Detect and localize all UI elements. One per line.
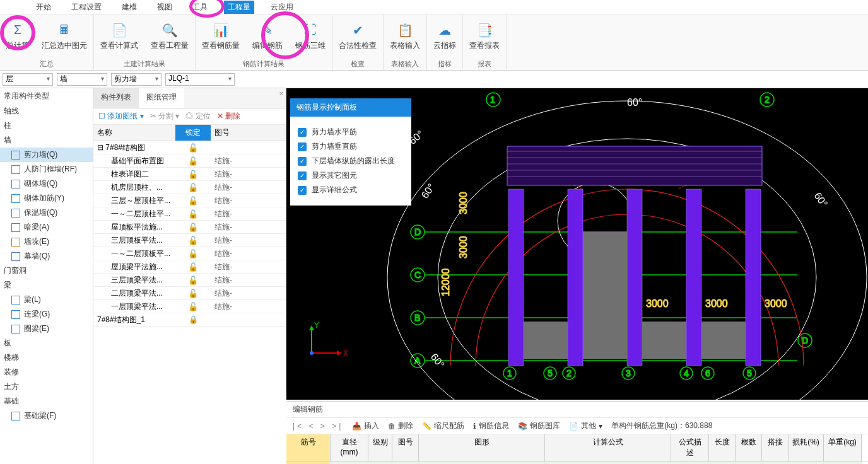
lock-icon[interactable]: 🔓 <box>188 196 198 206</box>
sidebar-cat-柱[interactable]: 柱 <box>0 119 93 133</box>
sidebar-item-连梁(G)[interactable]: 连梁(G) <box>0 307 93 322</box>
ribbon-查看工程量[interactable]: 🔍查看工程量 <box>144 15 195 58</box>
cell[interactable] <box>545 461 671 464</box>
ribbon-合法性检查[interactable]: ✔合法性检查 <box>332 15 383 58</box>
menu-建模[interactable]: 建模 <box>118 1 141 14</box>
info-button[interactable]: ℹ 钢筋信息 <box>473 420 509 431</box>
cell[interactable] <box>736 461 762 464</box>
sidebar-cat-门窗洞[interactable]: 门窗洞 <box>0 264 93 278</box>
drawing-row[interactable]: 一～二层顶柱平...🔓结施- <box>93 207 286 221</box>
tab-构件列表[interactable]: 构件列表 <box>93 88 139 108</box>
sidebar-item-人防门框墙(RF)[interactable]: 人防门框墙(RF) <box>0 162 93 177</box>
lock-icon[interactable]: 🔓 <box>188 289 198 298</box>
sidebar-item-墙垛(E)[interactable]: 墙垛(E) <box>0 235 93 249</box>
checkbox-显示其它图元[interactable]: ✓显示其它图元 <box>298 170 404 181</box>
rebar-grid-row[interactable]: 墙身水平筋 <box>286 461 868 464</box>
sidebar-cat-墙[interactable]: 墙 <box>0 133 93 148</box>
ribbon-查看钢筋量[interactable]: 📊查看钢筋量 <box>196 15 246 58</box>
cell[interactable] <box>709 461 736 464</box>
drawing-row[interactable]: 基础平面布置图🔓结施- <box>93 154 286 168</box>
sidebar-cat-板[interactable]: 板 <box>0 336 93 351</box>
ribbon-编辑钢筋[interactable]: ✎编辑钢筋 <box>246 15 289 58</box>
sidebar-cat-楼梯[interactable]: 楼梯 <box>0 351 93 365</box>
comp-root-row[interactable]: ⊟ 7#8#结构图 🔓 <box>93 141 286 154</box>
col-lock[interactable]: 锁定 <box>175 125 211 141</box>
cell[interactable] <box>368 461 392 464</box>
wall-type-select[interactable]: 墙 <box>57 73 107 86</box>
menu-视图[interactable]: 视图 <box>153 1 176 14</box>
drawing-row[interactable]: 屋顶板平法施...🔓结施- <box>93 221 286 234</box>
lock-icon[interactable]: 🔓 <box>188 209 198 219</box>
close-icon[interactable]: × <box>279 90 283 97</box>
sidebar-item-梁(L)[interactable]: 梁(L) <box>0 293 93 307</box>
comp-footer-row[interactable]: 7#8#结构图_1 🔒 <box>93 313 286 327</box>
cell[interactable] <box>789 461 824 464</box>
menu-工具[interactable]: 工具 <box>189 1 211 14</box>
lock-icon[interactable]: 🔓 <box>188 236 198 245</box>
sidebar-item-砌体加筋(Y)[interactable]: 砌体加筋(Y) <box>0 191 93 206</box>
ribbon-查看报表[interactable]: 📑查看报表 <box>463 15 506 58</box>
cell[interactable] <box>671 461 709 464</box>
ribbon-查看计算式[interactable]: 📄查看计算式 <box>94 15 144 58</box>
cell[interactable] <box>762 461 789 464</box>
drawing-row[interactable]: 机房层顶柱、...🔓结施- <box>93 181 286 194</box>
lock-icon[interactable]: 🔓 <box>188 249 198 258</box>
sidebar-item-保温墙(Q)[interactable]: 保温墙(Q) <box>0 206 93 220</box>
add-drawing-button[interactable]: ☐ 添加图纸 ▾ <box>98 111 144 122</box>
ribbon-总计算[interactable]: Σ总计算 <box>0 15 35 58</box>
sidebar-item-砌体墙(Q)[interactable]: 砌体墙(Q) <box>0 177 93 191</box>
lock-icon[interactable]: 🔓 <box>188 170 198 179</box>
checkbox-剪力墙垂直筋[interactable]: ✓剪力墙垂直筋 <box>298 141 404 152</box>
sidebar-item-剪力墙(Q)[interactable]: 剪力墙(Q) <box>0 148 93 162</box>
delete-button[interactable]: 🗑 删除 <box>388 420 413 431</box>
drawing-row[interactable]: 三层顶梁平法...🔓结施- <box>93 274 286 287</box>
lock-icon[interactable]: 🔓 <box>188 302 198 311</box>
sidebar-item-幕墙(Q)[interactable]: 幕墙(Q) <box>0 249 93 264</box>
cell[interactable] <box>392 461 419 464</box>
menu-工程量[interactable]: 工程量 <box>224 1 254 14</box>
drawing-row[interactable]: 一～二层顶板平...🔓结施- <box>93 247 286 260</box>
drawing-row[interactable]: 三层～屋顶柱平...🔓结施- <box>93 194 286 207</box>
drawing-row[interactable]: 一层顶梁平法...🔓结施- <box>93 300 286 313</box>
lock-icon[interactable]: 🔓 <box>188 276 198 285</box>
sidebar-cat-梁[interactable]: 梁 <box>0 278 93 293</box>
drawing-row[interactable]: 屋顶梁平法施...🔓结施- <box>93 260 286 274</box>
checkbox-下层墙体纵筋的露出长度[interactable]: ✓下层墙体纵筋的露出长度 <box>298 156 404 166</box>
cell[interactable] <box>824 461 862 464</box>
sidebar-item-圈梁(E)[interactable]: 圈梁(E) <box>0 322 93 336</box>
cell[interactable] <box>419 461 545 464</box>
sidebar-cat-基础[interactable]: 基础 <box>0 394 93 409</box>
tab-图纸管理[interactable]: 图纸管理 <box>139 88 184 108</box>
lock-icon[interactable]: 🔓 <box>188 262 198 272</box>
member-select[interactable]: JLQ-1 <box>165 73 235 86</box>
drawing-row[interactable]: 柱表详图二🔓结施- <box>93 168 286 181</box>
checkbox-显示详细公式[interactable]: ✓显示详细公式 <box>298 185 404 195</box>
lock-icon[interactable]: 🔓 <box>188 143 198 153</box>
floor-select[interactable]: 层 <box>3 73 53 86</box>
menu-云应用[interactable]: 云应用 <box>267 1 297 14</box>
ribbon-钢筋三维[interactable]: ⛶钢筋三维 <box>289 15 332 58</box>
sidebar-cat-装修[interactable]: 装修 <box>0 365 93 380</box>
wall-sub-select[interactable]: 剪力墙 <box>111 73 161 86</box>
ribbon-汇总选中图元[interactable]: 🖩汇总选中图元 <box>35 15 93 58</box>
drawing-row[interactable]: 二层顶梁平法...🔓结施- <box>93 287 286 300</box>
sidebar-item-基础梁(F)[interactable]: 基础梁(F) <box>0 409 93 423</box>
nav-buttons[interactable]: |< < > >| <box>293 422 343 431</box>
sidebar-cat-土方[interactable]: 土方 <box>0 380 93 394</box>
lib-button[interactable]: 📚 钢筋图库 <box>518 420 560 431</box>
drawing-row[interactable]: 三层顶板平法...🔓结施- <box>93 234 286 247</box>
menu-工程设置[interactable]: 工程设置 <box>67 1 105 14</box>
menu-开始[interactable]: 开始 <box>32 1 55 14</box>
lock-icon[interactable]: 🔓 <box>188 223 198 232</box>
sidebar-item-暗梁(A)[interactable]: 暗梁(A) <box>0 220 93 235</box>
delete-drawing-button[interactable]: ✕ 删除 <box>217 111 240 122</box>
ribbon-表格输入[interactable]: 📋表格输入 <box>384 15 426 58</box>
cell[interactable] <box>331 461 368 464</box>
cell[interactable]: 墙身水平筋 <box>286 461 331 464</box>
split-button[interactable]: ✂ 分割 ▾ <box>150 111 180 122</box>
lock-icon[interactable]: 🔓 <box>188 156 198 166</box>
lock-icon[interactable]: 🔓 <box>188 183 198 192</box>
lock-closed-icon[interactable]: 🔒 <box>189 315 198 324</box>
scale-button[interactable]: 📏 缩尺配筋 <box>422 420 464 431</box>
ribbon-云指标[interactable]: ☁云指标 <box>427 15 462 58</box>
